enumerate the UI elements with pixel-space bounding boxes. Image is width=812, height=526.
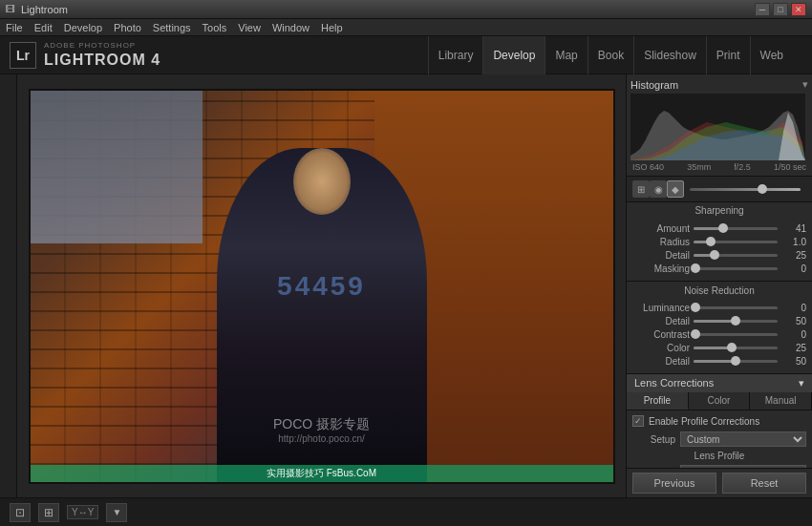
menu-develop[interactable]: Develop	[64, 22, 102, 33]
left-panel	[0, 74, 17, 497]
nr-detail-track[interactable]	[694, 320, 778, 323]
luminance-value: 0	[781, 303, 806, 313]
app-icon: 🎞	[6, 4, 15, 14]
tab-book[interactable]: Book	[588, 36, 634, 74]
app-name: LIGHTROOM 4	[44, 51, 160, 69]
minimize-button[interactable]: ─	[755, 3, 770, 16]
nav-tabs: Library Develop Map Book Slideshow Print…	[162, 36, 802, 74]
tab-profile[interactable]: Profile	[627, 392, 689, 410]
tab-slideshow[interactable]: Slideshow	[634, 36, 707, 74]
redeye-tool[interactable]: ◆	[667, 180, 684, 198]
tab-print[interactable]: Print	[707, 36, 751, 74]
setup-row: Setup Custom	[632, 431, 806, 447]
exif-iso: ISO 640	[632, 162, 664, 172]
tool-slider[interactable]	[690, 188, 801, 191]
tab-map[interactable]: Map	[545, 36, 588, 74]
bottom-buttons: Previous Reset	[627, 468, 812, 497]
contrast-thumb	[691, 329, 700, 339]
reset-button[interactable]: Reset	[722, 473, 806, 494]
photo-bottom-text: 实用摄影技巧 FsBus.CoM	[31, 465, 613, 482]
noise-reduction-body: Luminance 0 Detail 50	[627, 299, 812, 373]
radius-track[interactable]	[694, 241, 778, 243]
masking-track[interactable]	[694, 267, 778, 270]
detail-row: Detail 25	[632, 250, 806, 261]
luminance-thumb	[691, 303, 700, 312]
tab-color[interactable]: Color	[689, 392, 751, 410]
detail-label: Detail	[632, 250, 690, 261]
color-row: Color 25	[632, 343, 806, 353]
nr-detail-thumb	[731, 316, 740, 326]
amount-label: Amount	[632, 223, 690, 234]
arrow-indicator[interactable]: ▼	[106, 503, 127, 522]
sharpening-title: Sharpening	[627, 205, 812, 216]
zoom-indicator[interactable]: Y↔Y	[67, 505, 98, 519]
histogram-section: Histogram ▾	[627, 74, 812, 177]
enable-profile-label: Enable Profile Corrections	[649, 416, 759, 427]
poco-url: http://photo.poco.cn/	[273, 433, 370, 444]
photo-background: 54459 POCO 摄影专题 http://photo.poco.cn/ 实用…	[31, 91, 613, 482]
close-button[interactable]: ✕	[791, 3, 806, 16]
color-detail-fill	[694, 360, 736, 363]
lens-corrections-body: ✓ Enable Profile Corrections Setup Custo…	[627, 410, 812, 468]
color-detail-track[interactable]	[694, 360, 778, 363]
enable-checkbox[interactable]: ✓	[632, 415, 644, 427]
zoom-button[interactable]: ⊞	[38, 503, 59, 522]
menu-view[interactable]: View	[238, 22, 261, 33]
previous-button[interactable]: Previous	[632, 473, 716, 494]
bottom-toolbar: ⊡ ⊞ Y↔Y ▼	[0, 497, 812, 526]
menu-tools[interactable]: Tools	[203, 22, 227, 33]
amount-track[interactable]	[694, 227, 778, 230]
view-mode-button[interactable]: ⊡	[10, 503, 31, 522]
spot-heal-tool[interactable]: ◉	[650, 180, 667, 198]
color-detail-thumb	[731, 356, 740, 366]
tab-manual[interactable]: Manual	[750, 392, 812, 410]
photo-wrapper: 54459 POCO 摄影专题 http://photo.poco.cn/ 实用…	[29, 89, 615, 484]
luminance-label: Luminance	[632, 303, 690, 313]
exif-aperture: f/2.5	[734, 162, 751, 172]
nr-detail-row: Detail 50	[632, 316, 806, 326]
menu-settings[interactable]: Settings	[153, 22, 191, 33]
lens-corrections-tabs: Profile Color Manual	[627, 392, 812, 410]
amount-value: 41	[781, 223, 806, 234]
menu-window[interactable]: Window	[272, 22, 310, 33]
lens-profile-label: Lens Profile	[632, 451, 806, 461]
window-title: Lightroom	[21, 4, 755, 15]
radius-value: 1.0	[781, 237, 806, 247]
color-track[interactable]	[694, 347, 778, 349]
setup-select[interactable]: Custom	[680, 431, 806, 447]
contrast-track[interactable]	[694, 333, 778, 336]
radius-label: Radius	[632, 237, 690, 247]
lens-corrections-title: Lens Corrections	[634, 377, 714, 389]
noise-reduction-title: Noise Reduction	[627, 285, 812, 296]
luminance-track[interactable]	[694, 306, 778, 309]
header: Lr ADOBE PHOTOSHOP LIGHTROOM 4 Library D…	[0, 36, 812, 74]
setup-label: Setup	[632, 434, 675, 445]
maximize-button[interactable]: □	[773, 3, 788, 16]
tab-develop[interactable]: Develop	[483, 36, 545, 74]
contrast-row: Contrast 0	[632, 329, 806, 340]
tool-icons-row: ⊞ ◉ ◆	[627, 177, 812, 202]
lens-corrections-arrow: ▾	[799, 377, 804, 389]
right-panel: Histogram ▾	[626, 74, 812, 497]
histogram-info: ISO 640 35mm f/2.5 1/50 sec	[630, 162, 808, 172]
nr-detail-fill	[694, 320, 736, 323]
tab-library[interactable]: Library	[428, 36, 484, 74]
menu-file[interactable]: File	[6, 22, 23, 33]
color-value: 25	[781, 343, 806, 353]
tab-web[interactable]: Web	[751, 36, 793, 74]
color-detail-row: Detail 50	[632, 356, 806, 367]
panels-area[interactable]: Sharpening Amount 41 Radius	[627, 202, 812, 468]
menu-edit[interactable]: Edit	[34, 22, 53, 33]
radius-row: Radius 1.0	[632, 237, 806, 247]
menu-photo[interactable]: Photo	[114, 22, 141, 33]
detail-track[interactable]	[694, 254, 778, 257]
contrast-value: 0	[781, 329, 806, 340]
logo-text: ADOBE PHOTOSHOP LIGHTROOM 4	[44, 41, 160, 69]
lr-badge: Lr	[10, 42, 36, 69]
crop-tool[interactable]: ⊞	[632, 180, 650, 198]
masking-thumb	[691, 263, 700, 273]
detail-value: 25	[781, 250, 806, 261]
menu-help[interactable]: Help	[321, 22, 343, 33]
detail-thumb	[710, 250, 719, 260]
histogram-canvas	[630, 94, 805, 160]
